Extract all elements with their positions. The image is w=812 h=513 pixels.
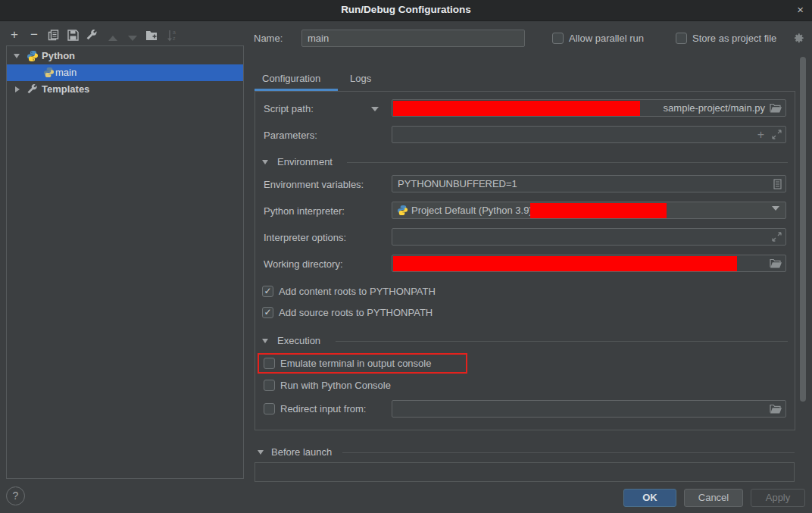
- environment-variables-input[interactable]: PYTHONUNBUFFERED=1: [392, 175, 786, 192]
- allow-parallel-run-checkbox[interactable]: [552, 33, 564, 44]
- python-icon: [27, 50, 39, 64]
- redirect-input-checkbox[interactable]: [264, 403, 275, 414]
- dialog-title: Run/Debug Configurations: [0, 4, 812, 15]
- edit-variables-icon[interactable]: [773, 179, 782, 192]
- redaction-block: [393, 256, 737, 271]
- redaction-block: [530, 203, 667, 218]
- tree-item-label: Templates: [42, 83, 89, 95]
- tree-item-label: Python: [42, 50, 75, 61]
- vertical-scrollbar[interactable]: [800, 57, 806, 402]
- before-launch-collapse-icon[interactable]: [258, 450, 264, 455]
- svg-text:a: a: [173, 30, 176, 35]
- tree-item-templates[interactable]: Templates: [7, 81, 243, 98]
- remove-configuration-button[interactable]: −: [27, 29, 41, 42]
- before-launch-section-label[interactable]: Before launch: [271, 446, 332, 458]
- run-debug-configurations-dialog: Run/Debug Configurations × + − az Python: [0, 0, 812, 513]
- interpreter-options-label: Interpreter options:: [264, 232, 346, 243]
- cancel-button[interactable]: Cancel: [684, 489, 743, 507]
- svg-text:z: z: [173, 36, 176, 41]
- help-button[interactable]: ?: [6, 486, 25, 505]
- browse-folder-icon[interactable]: [770, 404, 782, 416]
- expand-field-icon[interactable]: [772, 130, 782, 142]
- save-configuration-icon[interactable]: [66, 30, 80, 43]
- redaction-block: [393, 101, 640, 116]
- browse-folder-icon[interactable]: [770, 258, 782, 271]
- parameters-input[interactable]: +: [392, 126, 786, 143]
- run-with-python-console-label[interactable]: Run with Python Console: [280, 380, 391, 391]
- environment-variables-value: PYTHONUNBUFFERED=1: [398, 178, 517, 189]
- add-source-roots-label[interactable]: Add source roots to PYTHONPATH: [279, 307, 433, 318]
- edit-templates-icon[interactable]: [85, 29, 98, 42]
- gear-icon[interactable]: [793, 33, 804, 46]
- name-input[interactable]: main: [301, 30, 525, 47]
- python-interpreter-label: Python interpreter:: [264, 205, 345, 217]
- move-down-icon[interactable]: [126, 32, 139, 45]
- ok-button[interactable]: OK: [623, 489, 676, 507]
- script-path-mode-dropdown-icon[interactable]: [371, 107, 379, 111]
- add-content-roots-checkbox[interactable]: [262, 286, 273, 297]
- script-path-label: Script path:: [264, 103, 314, 114]
- script-path-value: sample-project/main.py: [664, 102, 765, 114]
- allow-parallel-run-label[interactable]: Allow parallel run: [569, 33, 644, 44]
- emulate-terminal-checkbox[interactable]: [264, 358, 275, 369]
- new-folder-icon[interactable]: [145, 30, 158, 43]
- environment-section-collapse-icon[interactable]: [262, 160, 268, 164]
- execution-section-label[interactable]: Execution: [277, 335, 320, 346]
- configurations-tree: Python main Templates: [6, 45, 244, 479]
- tree-item-python[interactable]: Python: [7, 48, 243, 64]
- redirect-input-file-input[interactable]: [392, 400, 786, 418]
- expand-field-icon[interactable]: [772, 232, 782, 244]
- wrench-icon: [27, 83, 38, 97]
- tree-item-main[interactable]: main: [7, 64, 243, 81]
- environment-section-label[interactable]: Environment: [277, 156, 333, 167]
- python-interpreter-value: Project Default (Python 3.9): [411, 205, 532, 216]
- sort-alphabetically-icon[interactable]: az: [165, 30, 179, 43]
- python-icon: [43, 67, 55, 80]
- section-divider: [342, 452, 795, 453]
- store-as-project-file-label[interactable]: Store as project file: [692, 33, 776, 44]
- close-icon[interactable]: ×: [797, 3, 804, 16]
- redirect-input-label[interactable]: Redirect input from:: [280, 403, 366, 414]
- add-content-roots-label[interactable]: Add content roots to PYTHONPATH: [279, 286, 436, 297]
- python-icon: [397, 205, 408, 218]
- add-source-roots-checkbox[interactable]: [262, 307, 273, 318]
- interpreter-options-input[interactable]: [392, 228, 786, 246]
- add-configuration-button[interactable]: +: [8, 29, 21, 42]
- section-divider: [336, 341, 788, 342]
- title-bar: Run/Debug Configurations ×: [0, 0, 812, 21]
- tab-configuration[interactable]: Configuration: [262, 73, 320, 84]
- move-up-icon[interactable]: [106, 32, 120, 45]
- execution-section-collapse-icon[interactable]: [262, 339, 268, 343]
- environment-variables-label: Environment variables:: [264, 179, 364, 190]
- before-launch-task-list[interactable]: [255, 462, 795, 482]
- parameters-label: Parameters:: [264, 130, 317, 141]
- dropdown-arrow-icon[interactable]: [772, 206, 779, 211]
- chevron-right-icon[interactable]: [15, 86, 20, 92]
- working-directory-label: Working directory:: [264, 258, 343, 270]
- tab-logs[interactable]: Logs: [350, 73, 371, 84]
- section-divider: [347, 162, 788, 163]
- emulate-terminal-label[interactable]: Emulate terminal in output console: [280, 358, 431, 369]
- tree-item-label: main: [55, 67, 77, 78]
- name-label: Name:: [254, 33, 283, 44]
- browse-folder-icon[interactable]: [770, 103, 782, 115]
- run-with-python-console-checkbox[interactable]: [264, 380, 275, 391]
- apply-button[interactable]: Apply: [751, 489, 805, 507]
- chevron-down-icon[interactable]: [14, 54, 20, 58]
- name-value: main: [308, 33, 329, 44]
- store-as-project-file-checkbox[interactable]: [676, 33, 687, 44]
- insert-macro-icon[interactable]: +: [757, 128, 764, 142]
- copy-configuration-icon[interactable]: [46, 30, 60, 43]
